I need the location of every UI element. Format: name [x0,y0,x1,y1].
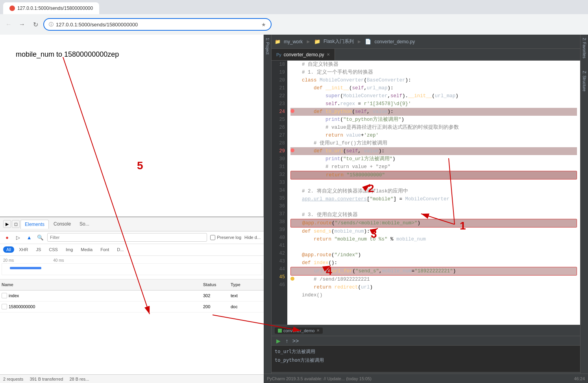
network-row-mobile[interactable]: 15800000000 200 doc [0,302,264,313]
col-type: Type [231,282,262,287]
ln-22: 22 [274,92,285,100]
code-37: # 3. 使用自定义转换器 [296,211,358,219]
code-29: def to_url(self, value): [296,147,385,155]
tab-console[interactable]: Console [50,220,75,228]
structure-label[interactable]: 2: Favorites [582,36,586,60]
ln-41: 41 [274,242,285,250]
code-41 [296,243,299,251]
ln-18: 18 [274,61,285,68]
code-line-18: # 自定义转换器 [290,61,577,68]
tab-sources-short[interactable]: So... [76,220,93,228]
ln-35: 35 [274,194,285,202]
ide-header: 📁 my_work ► 📁 Flask入门系列 ► 📄 converter_de… [272,35,580,49]
devtools-device-icon[interactable]: ◻ [12,220,20,228]
status-time: 46:24 [574,376,585,381]
filter-button[interactable]: ▲ [25,233,33,241]
net-filter-font[interactable]: Font [97,246,112,253]
ln-20: 20 [274,76,285,84]
net-filter-media[interactable]: Media [78,246,96,253]
run-output-line-2: to_python方法被调用 [275,356,577,364]
ln-36: 36 [274,202,285,210]
code-24: def to_python(self, value): [296,108,394,116]
net-filter-css[interactable]: CSS [46,246,61,253]
ln-29: 29 [274,147,285,155]
code-43: def index(): [296,259,337,267]
address-bar[interactable]: ⓘ 127.0.0.1:5000/sends/15800000000 ★ [43,18,272,31]
run-more-button[interactable]: >> [292,337,299,344]
code-line-43: def index(): [290,259,577,267]
ln-30: 30 [274,155,285,163]
ln-24: 24 [274,108,285,116]
bookmark-star-icon[interactable]: ★ [261,22,266,28]
code-line-23: self.regex = r'1[34578]\d{9}' [290,100,577,108]
code-27: return value+'zep' [296,131,379,139]
timeline-bar [2,263,262,275]
tab-close-icon[interactable]: ✕ [327,52,330,57]
breakpoint-24 [290,109,294,113]
code-23: self.regex = r'1[34578]\d{9}' [296,100,411,108]
tab-elements[interactable]: Elements [20,220,49,229]
code-content: # 自定义转换器 # 1. 定义一个手机号的转换器 class MobileCo [287,61,580,325]
net-filter-doc[interactable]: D... [114,246,127,253]
back-button[interactable]: ← [3,19,14,30]
code-line-40: return "mobile_num to %s" % mobile_num [290,235,577,243]
record-button[interactable]: ● [3,233,11,241]
net-filter-js[interactable]: JS [33,246,44,253]
code-line-42: @app.route("/index") [290,251,577,259]
request-count: 2 requests [3,377,23,381]
browser-toolbar: ← → ↻ ⓘ 127.0.0.1:5000/sends/15800000000… [0,14,588,35]
tab-title: 127.0.0.1:5000/sends/15800000000 [17,6,93,11]
code-line-30: print("to_url方法被调用") [290,155,577,163]
row-status-1: 302 [203,293,231,298]
net-filter-img[interactable]: Img [63,246,76,253]
browser-tab[interactable]: 127.0.0.1:5000/sends/15800000000 [3,2,99,14]
ln-42: 42 [274,250,285,257]
code-line-37: # 3. 使用自定义转换器 [290,211,577,219]
col-status: Status [203,282,231,287]
run-restart-button[interactable]: ▶ [275,337,282,344]
page-content-text: mobile_num to 15800000000zep [8,43,255,67]
gutter-45 [290,276,296,283]
run-up-button[interactable]: ↑ [283,337,290,344]
net-filter-xhr[interactable]: XHR [16,246,31,253]
code-line-33 [290,179,577,187]
lock-icon: ⓘ [49,21,54,28]
run-output-text-1: to_url方法被调用 [275,348,315,355]
search-button[interactable]: 🔍 [36,233,44,241]
code-line-41 [290,243,577,251]
filter-input[interactable] [47,233,207,242]
timeline-label-20: 20 ms [3,258,14,263]
preserve-log-check[interactable] [210,235,215,240]
code-line-21: def __init__(self,url_map): [290,84,577,92]
tab-favicon [9,6,15,11]
breadcrumb-sep2: ► [357,39,362,44]
run-panel: converter_demo ✕ ▶ ↑ >> to_url方法被调用 [272,325,580,372]
breadcrumb-flask: Flask入门系列 [324,38,354,45]
network-row-index[interactable]: index 302 text [0,290,264,302]
devtools-tab-bar: ▶ ◻ Elements Console So... [0,217,264,231]
row-name-2: 15800000000 [9,304,35,309]
project-label[interactable]: 1: Project [265,36,270,56]
net-filter-all[interactable]: All [3,246,14,253]
code-line-34: # 2. 将自定义的转换器添加到flask的应用中 [290,187,577,195]
hide-data-label: Hide d... [244,235,261,240]
reload-button[interactable]: ↻ [30,19,41,30]
code-line-32: return "15800000000" [290,171,577,179]
clear-button[interactable]: ▷ [14,233,22,241]
devtools-footer: 2 requests 391 B transferred 28 B res... [0,374,264,383]
preserve-log-checkbox[interactable]: Preserve log [210,235,241,240]
favorites-label[interactable]: Z: Structure [582,69,586,93]
code-line-19: # 1. 定义一个手机号的转换器 [290,68,577,76]
line-numbers: 18 19 20 21 22 23 24 25 26 27 28 29 [272,61,287,325]
run-tab-close[interactable]: ✕ [316,328,320,333]
devtools-inspect-icon[interactable]: ▶ [3,220,11,228]
forward-button[interactable]: → [17,19,28,30]
ide-tab-converter[interactable]: Py converter_demo.py ✕ [272,49,335,60]
run-tab-converter[interactable]: converter_demo ✕ [275,327,323,334]
code-editor: 18 19 20 21 22 23 24 25 26 27 28 29 [272,61,580,325]
network-filter-bar: All XHR JS CSS Img Media Font D... [0,244,264,256]
code-42: @app.route("/index") [296,251,361,259]
code-30: print("to_url方法被调用") [296,155,396,163]
breadcrumb-folder-icon: 📁 [275,39,281,44]
ide-right-bar: 2: Favorites Z: Structure [580,35,588,383]
